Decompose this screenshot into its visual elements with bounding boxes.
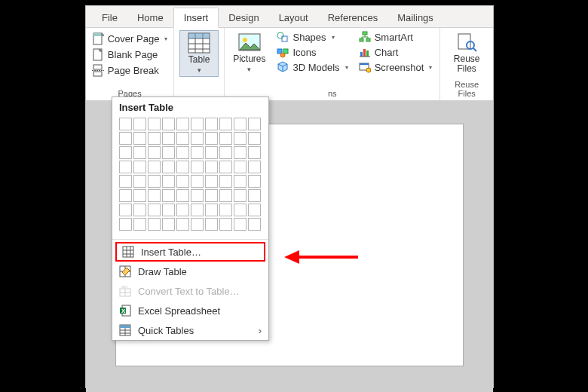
grid-cell[interactable] (133, 118, 146, 130)
page-break-button[interactable]: Page Break (90, 63, 161, 78)
grid-cell[interactable] (176, 189, 189, 202)
tab-design[interactable]: Design (219, 8, 268, 27)
grid-cell[interactable] (133, 132, 146, 145)
grid-cell[interactable] (133, 218, 146, 231)
grid-cell[interactable] (162, 161, 175, 173)
grid-cell[interactable] (219, 189, 232, 202)
excel-spreadsheet-menu-item[interactable]: X Excel Spreadsheet (112, 301, 268, 320)
grid-cell[interactable] (219, 118, 232, 130)
grid-cell[interactable] (191, 175, 204, 188)
tab-layout[interactable]: Layout (269, 8, 318, 27)
grid-cell[interactable] (234, 161, 247, 173)
grid-cell[interactable] (133, 146, 146, 159)
tab-insert[interactable]: Insert (173, 8, 219, 28)
grid-cell[interactable] (191, 189, 204, 202)
grid-cell[interactable] (148, 161, 161, 173)
grid-cell[interactable] (148, 218, 161, 231)
grid-cell[interactable] (162, 189, 175, 202)
grid-cell[interactable] (248, 161, 261, 173)
grid-cell[interactable] (205, 118, 218, 130)
grid-cell[interactable] (234, 118, 247, 130)
pictures-button[interactable]: Pictures▾ (230, 30, 268, 75)
grid-cell[interactable] (162, 146, 175, 159)
grid-cell[interactable] (133, 189, 146, 202)
grid-cell[interactable] (119, 218, 132, 231)
tab-mailings[interactable]: Mailings (387, 8, 443, 27)
grid-cell[interactable] (162, 218, 175, 231)
grid-cell[interactable] (219, 132, 232, 145)
grid-cell[interactable] (191, 132, 204, 145)
grid-cell[interactable] (219, 218, 232, 231)
grid-cell[interactable] (176, 146, 189, 159)
quick-tables-menu-item[interactable]: Quick Tables › (112, 320, 268, 340)
grid-cell[interactable] (248, 189, 261, 202)
grid-cell[interactable] (234, 132, 247, 145)
grid-cell[interactable] (162, 204, 175, 216)
grid-cell[interactable] (176, 175, 189, 188)
grid-cell[interactable] (234, 175, 247, 188)
grid-cell[interactable] (176, 218, 189, 231)
screenshot-button[interactable]: Screenshot▾ (357, 60, 435, 74)
grid-cell[interactable] (205, 218, 218, 231)
smartart-button[interactable]: SmartArt (357, 30, 435, 44)
grid-cell[interactable] (148, 118, 161, 130)
grid-cell[interactable] (248, 175, 261, 188)
grid-cell[interactable] (205, 132, 218, 145)
grid-cell[interactable] (148, 175, 161, 188)
grid-cell[interactable] (176, 118, 189, 130)
grid-cell[interactable] (191, 204, 204, 216)
grid-cell[interactable] (219, 146, 232, 159)
grid-cell[interactable] (248, 132, 261, 145)
grid-cell[interactable] (148, 132, 161, 145)
grid-cell[interactable] (248, 204, 261, 216)
grid-cell[interactable] (162, 132, 175, 145)
grid-cell[interactable] (119, 146, 132, 159)
draw-table-menu-item[interactable]: Draw Table (112, 262, 268, 281)
chart-button[interactable]: Chart (357, 45, 435, 59)
grid-cell[interactable] (119, 132, 132, 145)
grid-cell[interactable] (133, 161, 146, 173)
grid-cell[interactable] (234, 189, 247, 202)
grid-cell[interactable] (219, 175, 232, 188)
grid-cell[interactable] (119, 118, 132, 130)
cover-page-button[interactable]: Cover Page▾ (90, 32, 170, 46)
grid-cell[interactable] (234, 204, 247, 216)
blank-page-button[interactable]: Blank Page (90, 47, 161, 62)
grid-cell[interactable] (205, 189, 218, 202)
tab-home[interactable]: Home (127, 8, 173, 27)
grid-cell[interactable] (234, 218, 247, 231)
grid-cell[interactable] (191, 161, 204, 173)
grid-cell[interactable] (133, 175, 146, 188)
grid-cell[interactable] (248, 218, 261, 231)
grid-cell[interactable] (191, 118, 204, 130)
grid-cell[interactable] (205, 204, 218, 216)
grid-cell[interactable] (119, 161, 132, 173)
grid-cell[interactable] (176, 204, 189, 216)
table-button[interactable]: Table▾ (179, 30, 219, 77)
grid-cell[interactable] (205, 146, 218, 159)
grid-cell[interactable] (176, 132, 189, 145)
icons-button[interactable]: Icons (274, 45, 350, 59)
shapes-button[interactable]: Shapes▾ (274, 30, 350, 44)
grid-cell[interactable] (119, 204, 132, 216)
grid-cell[interactable] (119, 175, 132, 188)
grid-cell[interactable] (133, 204, 146, 216)
insert-table-menu-item[interactable]: Insert Table… (115, 242, 265, 262)
grid-cell[interactable] (148, 189, 161, 202)
grid-cell[interactable] (148, 146, 161, 159)
grid-cell[interactable] (219, 161, 232, 173)
tab-references[interactable]: References (318, 8, 387, 27)
grid-cell[interactable] (205, 161, 218, 173)
grid-cell[interactable] (176, 161, 189, 173)
grid-cell[interactable] (248, 118, 261, 130)
reuse-files-button[interactable]: Reuse Files (448, 30, 485, 75)
grid-cell[interactable] (162, 175, 175, 188)
grid-cell[interactable] (205, 175, 218, 188)
3d-models-button[interactable]: 3D Models ▾ (274, 60, 350, 74)
grid-cell[interactable] (219, 204, 232, 216)
grid-cell[interactable] (148, 204, 161, 216)
grid-cell[interactable] (119, 189, 132, 202)
grid-cell[interactable] (162, 118, 175, 130)
grid-cell[interactable] (191, 146, 204, 159)
tab-file[interactable]: File (92, 8, 127, 27)
